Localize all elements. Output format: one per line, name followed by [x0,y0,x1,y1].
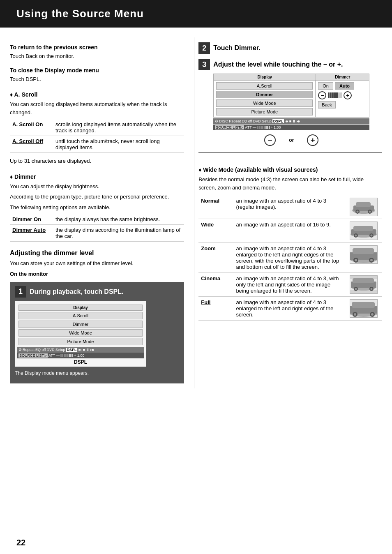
step1-transport-bar: ⚙ Repeat EQ off DVD Setup DSPL ⏮ ■ ⏸ ⏭ [17,347,144,353]
wm-wide-label: Wide [198,219,233,243]
step3-header: 3 Adjust the level while touching the – … [198,59,382,70]
back-button[interactable]: Back [318,101,335,108]
step1-menu-column: Display A.Scroll Dimmer Wide Mode Pictur… [18,305,143,345]
dimmer-on-label: Dimmer On [10,214,53,225]
progress-bar-area [60,354,73,357]
slider-minus-btn[interactable]: − [318,91,326,99]
bar4 [334,92,336,98]
section-close-heading: To close the Display mode menu [10,67,184,74]
dimmer-intro: You can adjust the display brightness. [10,182,184,191]
page-number: 22 [16,538,25,547]
wide-mode-intro: Besides the normal mode (4:3) the screen… [198,175,382,192]
normal-image [350,198,378,216]
transport-icon: ⚙ [18,348,22,352]
svg-rect-29 [353,278,374,283]
slider-plus-btn[interactable]: + [344,91,352,99]
scroll-off-label: A. Scroll Off [10,136,53,153]
bottom-minus-btn[interactable]: − [264,134,276,146]
normal-car-svg [350,198,377,216]
table-row: Normal an image with an aspect ratio of … [198,195,382,219]
step1-menu-picturemode: Picture Mode [18,338,143,345]
step3-title: Adjust the level while touching the – or… [213,61,343,68]
step3-monitor-ui: Display Dimmer A.Scroll Dimmer Wide Mode… [213,74,369,146]
wide-car-svg [350,222,377,240]
svg-point-5 [356,211,358,213]
section-return-body: Touch Back on the monitor. [10,52,184,60]
dimmer-body2: The following setting options are availa… [10,203,184,212]
section-close-body: Touch DSPL. [10,75,184,83]
step3-slider-row: − + [318,91,367,99]
dimmer-auto-btn[interactable]: Auto [335,82,354,90]
step3-menu-picturemode: Picture Mode [216,108,313,115]
dimmer-auto-label-u: Dimmer Auto [12,227,46,233]
on-monitor-label: On the monitor [10,271,184,277]
table-row: A. Scroll Off until touch the album/trac… [10,136,184,153]
adj-intro: You can store your own settings of the d… [10,259,184,268]
step1-source-bar: SOURCE LIST▷ ATT — [17,353,144,358]
svg-point-21 [355,259,357,261]
scroll-heading-text: ♦ A. Scroll [10,91,37,98]
dimmer-heading-text: ♦ Dimmer [10,173,36,180]
wm-cinema-desc: an image with an aspect ratio of 4 to 3,… [233,273,347,297]
zoom-car-svg [350,246,377,263]
wm-normal-img [347,195,382,219]
full-car-svg [350,300,377,317]
dimmer-auto-label: Dimmer Auto [10,225,53,242]
wide-mode-table: Normal an image with an aspect ratio of … [198,195,382,321]
t-pause: ⏸ [292,119,296,123]
step3-transport-bar: ⚙ DISC Repeat EQ off DVD Setup DSPL ⏮ ■ … [213,118,369,124]
step1-caption: The Display mode menu appears. [15,369,179,377]
source-list-btn[interactable]: SOURCE LIST▷ [18,353,48,358]
step2-number: 2 [198,42,210,54]
or-separator: or [289,137,294,143]
step3-dimmer-side: On Auto − [316,81,369,117]
table-row: A. Scroll On scrolls long displayed item… [10,119,184,136]
transport-dvd: DVD Setup [46,348,65,352]
bar6 [338,92,340,98]
wm-normal-label: Normal [198,195,233,219]
wm-zoom-img [347,243,382,273]
svg-point-15 [370,235,372,237]
step1-menu-dimmer: Dimmer [18,321,143,328]
scroll-on-label: A. Scroll On [10,119,53,136]
bar3 [332,92,334,98]
wm-full-label-u: Full [201,299,210,305]
scroll-note: Up to 31 characters are displayed. [10,157,184,165]
step3-number: 3 [198,59,210,70]
bottom-plus-btn[interactable]: + [307,134,318,146]
step3-menu-ascroll: A.Scroll [216,82,313,90]
bar5 [336,92,338,98]
t-dspl[interactable]: DSPL [272,119,284,123]
step3-dimmer-label: Dimmer [316,74,369,80]
s-plus: + [271,125,273,129]
step3-menu-dimmer[interactable]: Dimmer [216,91,313,98]
step3-menu-widemode: Wide Mode [216,99,313,107]
step1-dspl-label: DSPL [17,359,144,365]
transport-eq: EQ off [35,348,46,352]
display-menu-title: Display [18,305,143,311]
scroll-on-desc: scrolls long displayed items automatical… [53,119,184,136]
step1-title: During playback, touch DSPL. [30,288,123,295]
t-icon: ⚙ [215,119,218,123]
dimmer-on-btn[interactable]: On [318,82,333,90]
svg-rect-37 [352,302,375,308]
wm-full-img [347,297,382,321]
transport-repeat: Repeat [23,348,35,352]
wide-image [350,222,378,240]
att-label: ATT [48,353,55,358]
transport-pause: ⏸ [86,348,90,352]
step1-block: 1 During playback, touch DSPL. Display A… [10,282,184,383]
wide-mode-section: ♦ Wide Mode (available with visual sourc… [198,152,382,321]
svg-rect-3 [356,202,371,207]
table-row: Full an image with an aspect ratio of 4 … [198,297,382,321]
wm-wide-img [347,219,382,243]
svg-point-7 [369,211,371,213]
wm-cinema-label: Cinema [198,273,233,297]
scroll-section-heading: ♦ A. Scroll [10,91,184,98]
dimmer-on-desc: the display always has the same brightne… [53,214,184,225]
dimmer-auto-desc: the display dims according to the illumi… [53,225,184,242]
cinema-car-svg [350,276,377,293]
s-source[interactable]: SOURCE LIST▷ [215,125,244,129]
t-next: ⏭ [297,119,300,123]
dspl-button[interactable]: DSPL [66,348,77,352]
